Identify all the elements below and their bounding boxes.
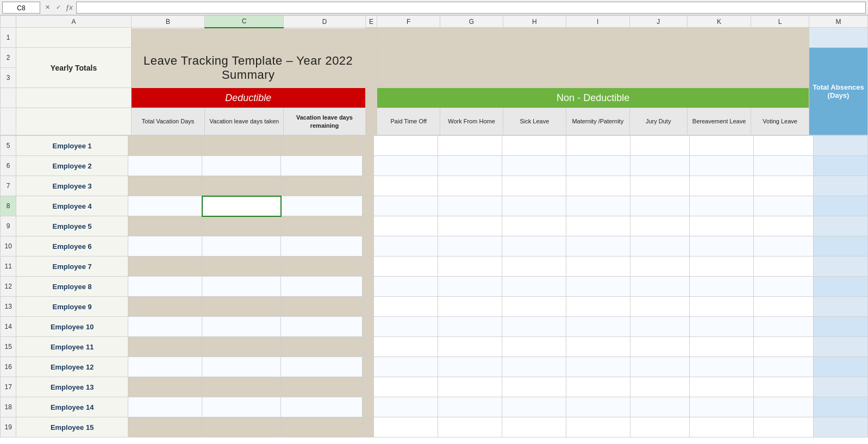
total-absences-9[interactable] xyxy=(813,297,867,317)
col-header-b[interactable]: B xyxy=(131,16,205,28)
wfh-6[interactable] xyxy=(438,236,502,257)
pto-6[interactable] xyxy=(373,236,438,257)
bereavement-2[interactable] xyxy=(690,156,754,176)
wfh-12[interactable] xyxy=(438,357,502,377)
col-header-e[interactable]: E xyxy=(365,16,377,28)
sick-5[interactable] xyxy=(502,216,566,236)
total-absences-7[interactable] xyxy=(813,257,867,277)
bereavement-12[interactable] xyxy=(690,357,754,377)
maternity-3[interactable] xyxy=(566,176,630,196)
sick-12[interactable] xyxy=(502,357,566,377)
vacation-remaining-12[interactable] xyxy=(281,357,363,377)
wfh-11[interactable] xyxy=(438,337,502,357)
vacation-days-13[interactable] xyxy=(128,377,202,397)
sick-2[interactable] xyxy=(502,156,566,176)
vacation-taken-13[interactable] xyxy=(202,377,281,397)
cell-a3[interactable] xyxy=(16,88,132,108)
pto-14[interactable] xyxy=(373,397,438,417)
maternity-9[interactable] xyxy=(566,297,630,317)
jury-5[interactable] xyxy=(630,216,690,236)
cell-fg1[interactable] xyxy=(377,28,809,48)
employee-name-1[interactable]: Employee 1 xyxy=(16,136,128,156)
vacation-remaining-1[interactable] xyxy=(281,136,363,156)
vacation-taken-1[interactable] xyxy=(202,136,281,156)
wfh-7[interactable] xyxy=(438,257,502,277)
cell-m1[interactable] xyxy=(809,28,867,48)
jury-13[interactable] xyxy=(630,377,690,397)
cancel-icon[interactable]: ✕ xyxy=(42,3,52,12)
employee-name-10[interactable]: Employee 10 xyxy=(16,317,128,337)
wfh-14[interactable] xyxy=(438,397,502,417)
maternity-1[interactable] xyxy=(566,136,630,156)
vacation-taken-7[interactable] xyxy=(202,257,281,277)
jury-3[interactable] xyxy=(630,176,690,196)
voting-1[interactable] xyxy=(754,136,813,156)
bereavement-8[interactable] xyxy=(690,277,754,297)
voting-14[interactable] xyxy=(754,397,813,417)
total-absences-15[interactable] xyxy=(813,417,867,437)
pto-7[interactable] xyxy=(373,257,438,277)
vacation-remaining-15[interactable] xyxy=(281,417,363,437)
voting-10[interactable] xyxy=(754,317,813,337)
vacation-taken-11[interactable] xyxy=(202,337,281,357)
maternity-6[interactable] xyxy=(566,236,630,257)
maternity-13[interactable] xyxy=(566,377,630,397)
pto-9[interactable] xyxy=(373,297,438,317)
cell-a4[interactable] xyxy=(16,108,132,135)
maternity-12[interactable] xyxy=(566,357,630,377)
jury-2[interactable] xyxy=(630,156,690,176)
col-header-h[interactable]: H xyxy=(503,16,566,28)
vacation-remaining-11[interactable] xyxy=(281,337,363,357)
wfh-10[interactable] xyxy=(438,317,502,337)
sick-11[interactable] xyxy=(502,337,566,357)
wfh-4[interactable] xyxy=(438,196,502,216)
pto-12[interactable] xyxy=(373,357,438,377)
total-absences-2[interactable] xyxy=(813,156,867,176)
vacation-days-6[interactable] xyxy=(128,236,202,257)
bereavement-4[interactable] xyxy=(690,196,754,216)
vacation-remaining-8[interactable] xyxy=(281,277,363,297)
jury-6[interactable] xyxy=(630,236,690,257)
col-header-a[interactable]: A xyxy=(16,16,132,28)
col-header-j[interactable]: J xyxy=(629,16,687,28)
jury-15[interactable] xyxy=(630,417,690,437)
function-icon[interactable]: ƒx xyxy=(64,3,74,12)
vacation-taken-4[interactable] xyxy=(202,196,281,216)
jury-10[interactable] xyxy=(630,317,690,337)
total-absences-5[interactable] xyxy=(813,216,867,236)
col-header-f[interactable]: F xyxy=(377,16,440,28)
voting-2[interactable] xyxy=(754,156,813,176)
pto-3[interactable] xyxy=(373,176,438,196)
vacation-taken-10[interactable] xyxy=(202,317,281,337)
pto-2[interactable] xyxy=(373,156,438,176)
jury-1[interactable] xyxy=(630,136,690,156)
sick-6[interactable] xyxy=(502,236,566,257)
cell-e1[interactable] xyxy=(365,28,377,48)
vacation-days-2[interactable] xyxy=(128,156,202,176)
total-absences-8[interactable] xyxy=(813,277,867,297)
sick-3[interactable] xyxy=(502,176,566,196)
formula-input[interactable] xyxy=(76,2,866,14)
vacation-days-8[interactable] xyxy=(128,277,202,297)
total-absences-6[interactable] xyxy=(813,236,867,257)
vacation-taken-15[interactable] xyxy=(202,417,281,437)
employee-name-7[interactable]: Employee 7 xyxy=(16,257,128,277)
wfh-8[interactable] xyxy=(438,277,502,297)
maternity-11[interactable] xyxy=(566,337,630,357)
col-header-m[interactable]: M xyxy=(809,16,867,28)
sick-4[interactable] xyxy=(502,196,566,216)
wfh-2[interactable] xyxy=(438,156,502,176)
total-absences-14[interactable] xyxy=(813,397,867,417)
voting-15[interactable] xyxy=(754,417,813,437)
vacation-days-3[interactable] xyxy=(128,176,202,196)
vacation-days-11[interactable] xyxy=(128,337,202,357)
bereavement-6[interactable] xyxy=(690,236,754,257)
employee-name-8[interactable]: Employee 8 xyxy=(16,277,128,297)
cell-a1[interactable] xyxy=(16,28,132,48)
confirm-icon[interactable]: ✓ xyxy=(53,3,63,12)
total-absences-3[interactable] xyxy=(813,176,867,196)
sick-9[interactable] xyxy=(502,297,566,317)
wfh-5[interactable] xyxy=(438,216,502,236)
vacation-days-7[interactable] xyxy=(128,257,202,277)
jury-12[interactable] xyxy=(630,357,690,377)
